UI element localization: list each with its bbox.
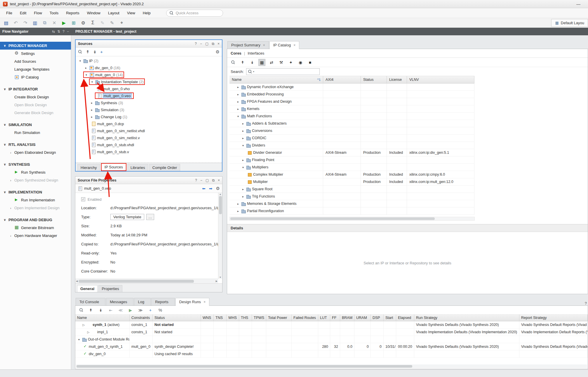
tree-expander-icon[interactable]: ▾ <box>78 59 82 62</box>
undo-icon[interactable]: ↶ <box>12 19 20 27</box>
step-forward-icon[interactable]: ≫ <box>137 307 144 314</box>
scrollbar-thumb[interactable] <box>219 196 222 214</box>
menu-item[interactable]: View <box>123 9 139 17</box>
expand-all-icon[interactable]: ↡ <box>97 307 104 314</box>
catalog-row[interactable]: ▸ Kernels <box>229 105 475 113</box>
tree-row[interactable]: ▸ div_gen_0 (16) <box>76 64 222 71</box>
flow-navigator-item[interactable]: IP Catalog <box>0 73 71 81</box>
help-icon[interactable]: ? <box>195 178 197 182</box>
save-icon[interactable]: ▤ <box>2 19 10 27</box>
tree-expander-icon[interactable]: ▷ <box>86 331 90 334</box>
close-icon[interactable]: × <box>203 300 206 304</box>
expand-all-icon[interactable]: ↡ <box>249 59 256 66</box>
flow-navigator-item[interactable]: Open Block Design <box>0 101 71 109</box>
close-icon[interactable]: × <box>263 43 265 47</box>
catalog-row[interactable]: ▸ Trig Functions <box>229 193 475 200</box>
flow-navigator-item[interactable]: Run Simulation <box>0 129 71 137</box>
tree-row[interactable]: mult_gen_0_stub.v <box>76 148 222 155</box>
tree-expander-icon[interactable]: ▸ <box>241 137 245 140</box>
type-combo[interactable]: Verilog Template <box>110 214 144 220</box>
catalog-row[interactable]: ▸ Floating Point <box>229 156 475 164</box>
catalog-row[interactable]: ▸ Dynamic Function eXchange <box>229 83 475 91</box>
settings-icon[interactable]: ⚙ <box>79 19 87 27</box>
tree-row[interactable]: mult_gen_0.vho <box>76 85 222 92</box>
close-icon[interactable]: × <box>218 42 220 46</box>
column-header-name[interactable]: Name^1 <box>229 76 323 83</box>
sources-view-tab[interactable]: Hierarchy <box>77 164 100 171</box>
subtab-cores[interactable]: Cores <box>231 51 241 55</box>
tree-row[interactable]: mult_gen_0_stub.vhdl <box>76 141 222 148</box>
tree-expander-icon[interactable]: ▸ <box>241 158 245 162</box>
hierarchy-view-icon[interactable]: ⇄ <box>268 59 275 66</box>
column-header[interactable]: LUT <box>318 315 330 321</box>
link-icon[interactable]: ✦ <box>287 59 294 66</box>
float-icon[interactable]: ⧉ <box>212 42 214 46</box>
column-header-status[interactable]: Status <box>361 76 387 83</box>
tree-row[interactable]: ▾ mult_gen_0 (14) <box>76 71 222 78</box>
column-header[interactable]: Report Strategy <box>519 315 588 321</box>
redo-icon[interactable]: ↷ <box>22 19 29 27</box>
horizontal-scrollbar[interactable] <box>229 217 475 221</box>
column-header[interactable]: Status <box>153 315 201 321</box>
column-header[interactable]: Elapsed <box>396 315 414 321</box>
console-tab[interactable]: Messages <box>106 298 133 306</box>
menu-item[interactable]: Window <box>83 9 104 17</box>
vertical-scrollbar[interactable]: ▲▼ <box>218 193 222 279</box>
collapse-all-icon[interactable]: ↟ <box>87 307 94 314</box>
scrollbar-thumb[interactable] <box>79 280 194 283</box>
flow-navigator-item[interactable]: Generate Bitstream <box>0 224 71 232</box>
collapse-all-icon[interactable]: ↟ <box>86 49 90 55</box>
copy-icon[interactable]: ⧉ <box>41 19 48 27</box>
console-tab[interactable]: Reports <box>151 298 175 306</box>
add-sources-icon[interactable]: + <box>100 49 103 55</box>
tree-row[interactable]: mult_gen_0_sim_netlist.v <box>76 134 222 141</box>
collapse-all-icon[interactable]: ↟ <box>239 59 246 66</box>
column-header[interactable]: DSP <box>371 315 384 321</box>
flow-navigator-item[interactable]: Generate Block Design <box>0 109 71 117</box>
pencil-icon[interactable]: ✎ <box>108 19 116 27</box>
tree-expander-icon[interactable]: ▸ <box>236 107 240 111</box>
column-header[interactable]: Total Power <box>266 315 292 321</box>
tree-row[interactable]: mult_gen_0_sim_netlist.vhdl <box>76 127 222 134</box>
catalog-row[interactable]: ▸ FPGA Features and Design <box>229 98 475 105</box>
expand-all-icon[interactable]: ↡ <box>93 49 97 55</box>
tree-expander-icon[interactable]: ▾ <box>236 115 240 118</box>
catalog-row[interactable]: Multiplier Production Included xilinx.co… <box>229 178 475 186</box>
catalog-row[interactable]: ▾ Dividers <box>229 142 475 149</box>
subtab-interfaces[interactable]: Interfaces <box>248 51 264 55</box>
menu-item[interactable]: File <box>2 9 16 17</box>
column-header[interactable]: Start <box>384 315 396 321</box>
catalog-row[interactable]: ▸ Conversions <box>229 127 475 135</box>
console-tab[interactable]: Tcl Console <box>76 298 105 306</box>
flow-navigator-item[interactable]: › Open Hardware Manager <box>0 232 71 240</box>
column-header-vlnv[interactable]: VLNV <box>407 76 474 83</box>
tree-expander-icon[interactable]: ▸ <box>241 122 245 125</box>
tree-expander-icon[interactable]: ▸ <box>236 85 240 89</box>
properties-view-tab[interactable]: General <box>77 285 98 292</box>
tree-row[interactable]: ▸ Synthesis (3) <box>76 99 222 106</box>
percent-icon[interactable]: % <box>157 307 164 314</box>
catalog-row[interactable]: ▸ Partial Reconfiguration <box>229 207 475 215</box>
reset-run-icon[interactable]: ⇤ <box>107 307 114 314</box>
flow-navigator-item[interactable]: Add Sources <box>0 57 71 65</box>
menu-item[interactable]: Flow <box>30 9 46 17</box>
sources-view-tab[interactable]: Libraries <box>127 164 148 171</box>
menu-item[interactable]: Layout <box>104 9 123 17</box>
tree-expander-icon[interactable]: ▷ <box>82 323 86 327</box>
catalog-row[interactable]: ▸ Embedded Processing <box>229 91 475 98</box>
expand-collapse-icon[interactable]: ⇅ <box>57 29 60 34</box>
document-tab[interactable]: Project Summary × <box>227 41 269 49</box>
horizontal-scrollbar[interactable]: ◀▶ <box>75 279 218 283</box>
column-header[interactable]: THS <box>239 315 252 321</box>
tree-expander-icon[interactable]: ▾ <box>84 73 88 76</box>
column-header-axi4[interactable]: AXI4 <box>323 76 361 83</box>
sources-view-tab[interactable]: IP Sources <box>101 163 126 171</box>
tree-expander-icon[interactable]: ▸ <box>90 108 94 111</box>
flow-navigator-item[interactable]: ∨ PROGRAM AND DEBUG <box>0 216 71 224</box>
flow-navigator-item[interactable]: › Open Synthesized Design <box>0 176 71 184</box>
report-icon[interactable]: ▥ <box>31 19 39 27</box>
flow-navigator-item[interactable]: ∨ SIMULATION <box>0 121 71 129</box>
catalog-search-input[interactable]: ▾ <box>246 68 320 75</box>
tree-row[interactable]: ▾ IP (2) <box>76 57 222 64</box>
tree-expander-icon[interactable]: ▾ <box>90 80 94 83</box>
